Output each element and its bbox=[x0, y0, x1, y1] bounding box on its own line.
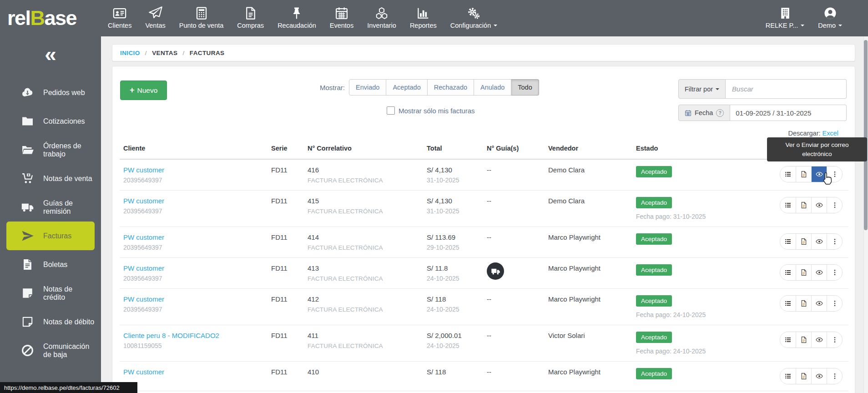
nav-item-configuracion[interactable]: Configuración bbox=[444, 0, 504, 36]
pdf-document-button[interactable] bbox=[796, 296, 811, 311]
more-actions-button[interactable] bbox=[827, 332, 842, 348]
sidebar-item-label: Guías de remisión bbox=[43, 199, 95, 216]
breadcrumb-section: VENTAS bbox=[152, 50, 177, 56]
view-email-button[interactable] bbox=[811, 166, 827, 182]
pdf-document-button[interactable] bbox=[796, 197, 811, 213]
view-email-button[interactable] bbox=[811, 265, 827, 280]
cart-plus-icon bbox=[21, 172, 36, 185]
date-filter-button[interactable]: Fecha ? bbox=[678, 105, 730, 121]
sidebar-item-notas-de-venta[interactable]: Notas de venta bbox=[6, 164, 95, 193]
view-email-button[interactable] bbox=[811, 332, 827, 348]
nav-item-eventos[interactable]: Eventos bbox=[323, 0, 360, 36]
filter-button-todo[interactable]: Todo bbox=[511, 79, 539, 96]
pdf-document-button[interactable] bbox=[796, 234, 811, 249]
client-link[interactable]: PW customer bbox=[123, 368, 164, 376]
file-icon bbox=[244, 6, 257, 20]
guide-cell: -- bbox=[487, 197, 491, 205]
sidebar-item-boletas[interactable]: Boletas bbox=[6, 250, 95, 279]
user-menu[interactable]: Demo bbox=[811, 0, 849, 36]
filter-button-aceptado[interactable]: Aceptado bbox=[386, 79, 427, 96]
view-email-button[interactable] bbox=[811, 368, 827, 384]
view-email-button[interactable] bbox=[811, 296, 827, 311]
serie-cell: FD11 bbox=[267, 289, 304, 325]
breadcrumb-current: FACTURAS bbox=[190, 50, 225, 56]
sidebar-item-guias-de-remision[interactable]: Guías de remisión bbox=[6, 193, 95, 222]
client-ruc: 20395649397 bbox=[123, 176, 264, 184]
send-icon bbox=[21, 229, 36, 242]
more-actions-button[interactable] bbox=[827, 166, 842, 182]
sidebar-item-notas-de-credito[interactable]: Notas de crédito bbox=[6, 279, 95, 307]
download-excel-link[interactable]: Excel bbox=[823, 130, 838, 137]
nav-item-clientes[interactable]: Clientes bbox=[101, 0, 138, 36]
date-range-field[interactable]: 01-09-2025 / 31-10-2025 bbox=[730, 105, 847, 121]
sidebar-item-comunicacion-de-baja[interactable]: Comunicación de baja bbox=[6, 336, 95, 365]
only-mine-toggle[interactable]: Mostrar sólo mis facturas bbox=[387, 106, 475, 115]
sidebar-item-facturas[interactable]: Facturas bbox=[6, 222, 95, 250]
dispatch-guide-icon[interactable] bbox=[487, 262, 504, 280]
sidebar-item-cotizaciones[interactable]: Cotizaciones bbox=[6, 107, 95, 136]
logo-text-accent: B bbox=[30, 6, 45, 30]
issue-date: 31-10-2025 bbox=[427, 207, 479, 215]
more-actions-button[interactable] bbox=[827, 234, 842, 249]
pdf-document-button[interactable] bbox=[796, 368, 811, 384]
detail-list-button[interactable] bbox=[780, 296, 796, 311]
top-navbar: relBase Clientes Ventas Punto de venta C… bbox=[0, 0, 868, 36]
client-link[interactable]: PW customer bbox=[123, 197, 164, 205]
pdf-document-button[interactable] bbox=[796, 332, 811, 348]
truck-icon bbox=[21, 201, 36, 214]
main-menu: Clientes Ventas Punto de venta Compras R… bbox=[101, 0, 504, 36]
detail-list-button[interactable] bbox=[780, 332, 796, 348]
client-link[interactable]: Cliente peru 8 - MODIFICADO2 bbox=[123, 332, 219, 339]
sidebar-collapse-button[interactable]: « bbox=[0, 44, 101, 65]
help-icon: ? bbox=[716, 109, 724, 117]
paper-plane-icon bbox=[149, 6, 162, 20]
user-name: Demo bbox=[818, 22, 836, 29]
more-actions-button[interactable] bbox=[827, 197, 842, 213]
nav-item-reportes[interactable]: Reportes bbox=[403, 0, 444, 36]
client-link[interactable]: PW customer bbox=[123, 233, 164, 241]
nav-item-inventario[interactable]: Inventario bbox=[360, 0, 403, 36]
filter-button-enviado[interactable]: Enviado bbox=[349, 79, 386, 96]
sidebar-item-ordenes-de-trabajo[interactable]: Órdenes de trabajo bbox=[6, 136, 95, 164]
more-actions-button[interactable] bbox=[827, 368, 842, 384]
view-email-button[interactable] bbox=[811, 234, 827, 249]
only-mine-checkbox[interactable] bbox=[387, 106, 395, 115]
payment-date: Fecha pago: 24-10-2025 bbox=[636, 311, 743, 318]
detail-list-button[interactable] bbox=[780, 368, 796, 384]
document-type: FACTURA ELECTRÓNICA bbox=[308, 208, 419, 215]
pdf-document-button[interactable] bbox=[796, 265, 811, 280]
nav-item-ventas[interactable]: Ventas bbox=[138, 0, 172, 36]
more-actions-button[interactable] bbox=[827, 265, 842, 280]
breadcrumb-home-link[interactable]: INICIO bbox=[120, 50, 140, 56]
nav-item-recaudacion[interactable]: Recaudación bbox=[271, 0, 323, 36]
new-invoice-button[interactable]: + Nuevo bbox=[120, 81, 167, 100]
nav-item-punto-de-venta[interactable]: Punto de venta bbox=[172, 0, 231, 36]
detail-list-button[interactable] bbox=[780, 234, 796, 249]
detail-list-button[interactable] bbox=[780, 265, 796, 280]
brand-logo[interactable]: relBase bbox=[0, 0, 101, 36]
sidebar-item-label: Notas de crédito bbox=[43, 285, 95, 302]
view-email-button[interactable] bbox=[811, 197, 827, 213]
more-actions-button[interactable] bbox=[827, 296, 842, 311]
detail-list-button[interactable] bbox=[780, 166, 796, 182]
app-screen: relBase Clientes Ventas Punto de venta C… bbox=[0, 0, 868, 393]
pdf-document-button[interactable] bbox=[796, 166, 811, 182]
detail-list-button[interactable] bbox=[780, 197, 796, 213]
chevron-down-icon bbox=[716, 88, 719, 92]
client-link[interactable]: PW customer bbox=[123, 166, 164, 174]
client-link[interactable]: PW customer bbox=[123, 295, 164, 303]
sidebar-item-label: Órdenes de trabajo bbox=[43, 142, 95, 158]
company-name: RELKE P... bbox=[766, 22, 798, 29]
sidebar-item-pedidos-web[interactable]: Pedidos web bbox=[6, 78, 95, 107]
scrollbar-thumb[interactable] bbox=[864, 40, 868, 230]
nav-item-compras[interactable]: Compras bbox=[230, 0, 271, 36]
invoice-row: PW customer20395649397 FD11 415FACTURA E… bbox=[120, 191, 848, 227]
client-link[interactable]: PW customer bbox=[123, 264, 164, 272]
company-menu[interactable]: RELKE P... bbox=[759, 0, 811, 36]
search-input[interactable] bbox=[731, 85, 841, 93]
issue-date: 24-10-2025 bbox=[427, 275, 479, 282]
sidebar-item-notas-de-debito[interactable]: Notas de débito bbox=[6, 307, 95, 336]
filter-by-dropdown[interactable]: Filtrar por bbox=[678, 79, 726, 99]
filter-button-rechazado[interactable]: Rechazado bbox=[428, 79, 474, 96]
filter-button-anulado[interactable]: Anulado bbox=[474, 79, 511, 96]
